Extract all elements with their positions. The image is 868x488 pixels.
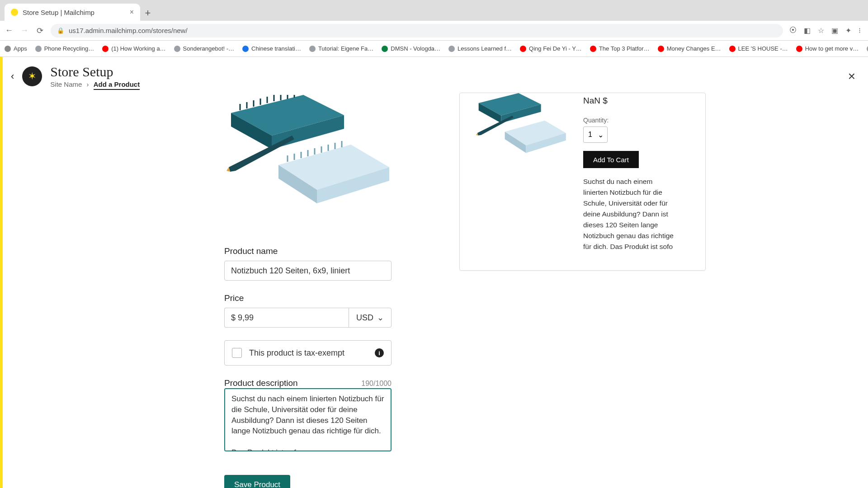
bookmark-label: Phone Recycling… <box>44 45 94 52</box>
tab-strip: Store Setup | Mailchimp × + <box>0 0 868 21</box>
new-tab-button[interactable]: + <box>140 5 156 21</box>
browser-chrome: Store Setup | Mailchimp × + ← → ⟳ 🔒 us17… <box>0 0 868 57</box>
bookmark-item[interactable]: Phone Recycling… <box>35 45 94 52</box>
close-icon[interactable]: × <box>848 69 855 84</box>
extension-icon[interactable]: ◧ <box>804 26 811 35</box>
tax-row: This product is tax-exempt i <box>224 340 392 366</box>
bookmark-favicon <box>658 46 664 52</box>
bookmark-label: Chinese translati… <box>251 45 301 52</box>
nav-forward-icon[interactable]: → <box>20 26 29 35</box>
bookmark-label: Money Changes E… <box>667 45 721 52</box>
nav-back-icon[interactable]: ← <box>5 26 14 35</box>
add-to-cart-button[interactable]: Add To Cart <box>583 151 639 168</box>
bookmark-label: Lessons Learned f… <box>458 45 512 52</box>
breadcrumb-site[interactable]: Site Name <box>50 80 82 88</box>
bookmark-label: (1) How Working a… <box>111 45 165 52</box>
tab-title: Store Setup | Mailchimp <box>23 9 94 16</box>
bookmark-item[interactable]: Money Changes E… <box>658 45 721 52</box>
save-product-button[interactable]: Save Product <box>224 475 290 488</box>
bookmark-favicon <box>309 46 316 52</box>
breadcrumb-current: Add a Product <box>94 80 140 90</box>
fb-icon[interactable]: ▣ <box>831 26 838 35</box>
price-input[interactable] <box>224 308 349 328</box>
bookmark-favicon <box>448 46 455 52</box>
bookmark-item[interactable]: The Top 3 Platfor… <box>590 45 650 52</box>
puzzle-icon[interactable]: ✦ <box>845 26 851 35</box>
bookmark-favicon <box>590 46 596 52</box>
chevron-down-icon: ⌄ <box>598 131 604 139</box>
quantity-label: Quantity: <box>583 117 693 124</box>
quantity-value: 1 <box>588 131 592 139</box>
notebook-illustration-icon <box>226 95 389 226</box>
mailchimp-logo[interactable]: ✶ <box>22 66 42 86</box>
bookmark-favicon <box>382 46 388 52</box>
description-textarea[interactable] <box>224 388 392 451</box>
bookmark-label: The Top 3 Platfor… <box>599 45 650 52</box>
preview-price: NaN $ <box>583 96 693 106</box>
description-row: Product description 190/1000 <box>224 378 392 453</box>
bookmark-label: Qing Fei De Yi - Y… <box>529 45 582 52</box>
bookmark-item[interactable]: DMSN - Vologda… <box>382 45 440 52</box>
tab-close-icon[interactable]: × <box>130 8 134 16</box>
product-name-row: Product name <box>224 246 392 281</box>
bookmark-favicon <box>242 46 249 52</box>
bookmarks-bar: AppsPhone Recycling…(1) How Working a…So… <box>0 41 868 57</box>
address-bar[interactable]: 🔒 us17.admin.mailchimp.com/stores/new/ <box>51 24 783 38</box>
bookmark-label: Sonderangebot! -… <box>183 45 234 52</box>
breadcrumb-sep-icon: › <box>87 80 89 88</box>
bookmark-favicon <box>35 46 42 52</box>
page-header: ‹ ✶ Store Setup Site Name › Add a Produc… <box>3 57 868 93</box>
tax-exempt-checkbox[interactable] <box>232 348 242 358</box>
bookmark-item[interactable]: Lessons Learned f… <box>448 45 512 52</box>
bookmark-item[interactable]: Qing Fei De Yi - Y… <box>520 45 582 52</box>
product-name-label: Product name <box>224 246 392 256</box>
bookmark-favicon <box>520 46 526 52</box>
currency-select[interactable]: USD ⌄ <box>349 308 392 328</box>
browser-right-icons: ⦿ ◧ ☆ ▣ ✦ ⁝ <box>789 26 863 35</box>
bookmark-favicon <box>5 46 11 52</box>
bookmark-item[interactable]: How to get more v… <box>796 45 859 52</box>
product-name-input[interactable] <box>224 261 392 281</box>
address-row: ← → ⟳ 🔒 us17.admin.mailchimp.com/stores/… <box>0 21 868 41</box>
bookmark-item[interactable]: Apps <box>5 45 27 52</box>
page: ‹ ✶ Store Setup Site Name › Add a Produc… <box>0 57 868 488</box>
bookmark-item[interactable]: Tutorial: Eigene Fa… <box>309 45 373 52</box>
preview-image <box>472 93 570 170</box>
bookmark-item[interactable]: Chinese translati… <box>242 45 301 52</box>
tab-favicon <box>11 9 18 16</box>
tax-exempt-box: This product is tax-exempt i <box>224 340 392 366</box>
bookmark-item[interactable]: Sonderangebot! -… <box>174 45 234 52</box>
preview-card: NaN $ Quantity: 1 ⌄ Add To Cart Suchst d… <box>459 93 706 271</box>
breadcrumb: Site Name › Add a Product <box>50 80 140 88</box>
description-counter: 190/1000 <box>361 380 392 388</box>
bookmark-item[interactable]: (1) How Working a… <box>102 45 165 52</box>
header-text: Store Setup Site Name › Add a Product <box>50 64 140 88</box>
translate-icon[interactable]: ⦿ <box>789 26 797 35</box>
lock-icon: 🔒 <box>57 27 64 34</box>
url-text: us17.admin.mailchimp.com/stores/new/ <box>69 27 188 34</box>
product-image[interactable] <box>224 93 392 228</box>
quantity-select[interactable]: 1 ⌄ <box>583 127 608 143</box>
menu-icon[interactable]: ⁝ <box>859 26 861 35</box>
bookmark-item[interactable]: LEE 'S HOUSE -… <box>729 45 788 52</box>
bookmark-label: Tutorial: Eigene Fa… <box>318 45 373 52</box>
star-icon[interactable]: ☆ <box>818 26 824 35</box>
price-row: Price USD ⌄ <box>224 293 392 328</box>
preview-meta: NaN $ Quantity: 1 ⌄ Add To Cart Suchst d… <box>583 93 693 252</box>
bookmark-label: LEE 'S HOUSE -… <box>738 45 788 52</box>
notebook-illustration-small-icon <box>472 93 570 165</box>
bookmark-label: DMSN - Vologda… <box>391 45 440 52</box>
browser-tab[interactable]: Store Setup | Mailchimp × <box>5 4 140 21</box>
bookmark-favicon <box>796 46 802 52</box>
chevron-down-icon: ⌄ <box>377 313 384 323</box>
description-label: Product description <box>224 378 298 388</box>
nav-reload-icon[interactable]: ⟳ <box>35 26 44 36</box>
currency-value: USD <box>356 313 373 323</box>
main-content: Product name Price USD ⌄ This product is… <box>3 93 868 488</box>
bookmark-label: Apps <box>14 45 27 52</box>
bookmark-favicon <box>729 46 736 52</box>
bookmark-favicon <box>174 46 180 52</box>
info-icon[interactable]: i <box>375 348 384 357</box>
back-chevron-icon[interactable]: ‹ <box>11 70 14 82</box>
tax-exempt-label: This product is tax-exempt <box>249 348 344 358</box>
